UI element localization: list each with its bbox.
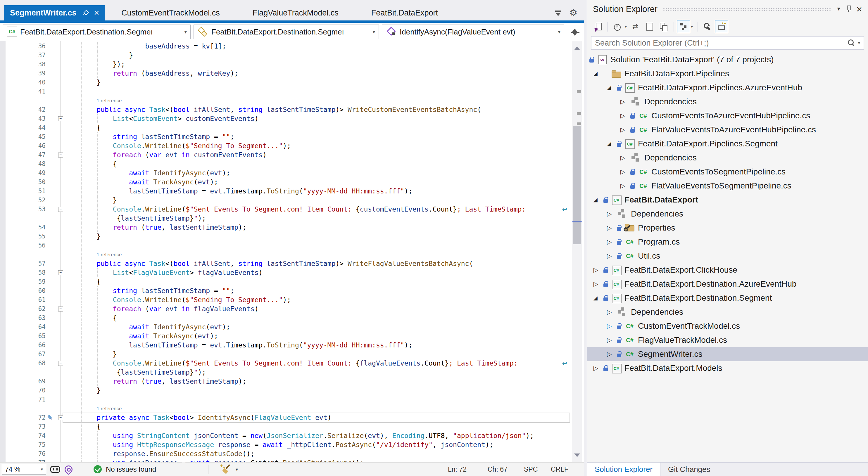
- pin-tab-icon[interactable]: [81, 9, 89, 17]
- code-line[interactable]: 75using HttpResponseMessage response = a…: [0, 440, 572, 449]
- panel-tab-git-changes[interactable]: Git Changes: [660, 463, 718, 476]
- expand-chevron-icon[interactable]: ▷: [606, 323, 617, 329]
- code-line[interactable]: 77var jsonResponse = await response.Cont…: [0, 458, 572, 462]
- chevron-down-icon[interactable]: ▾: [236, 467, 238, 472]
- code-line[interactable]: 67}: [0, 350, 572, 359]
- code-line[interactable]: 69return (true, lastSentTimeStamp);: [0, 377, 572, 386]
- expand-chevron-icon[interactable]: ▷: [620, 168, 630, 175]
- pending-changes-filter-button[interactable]: [611, 20, 624, 33]
- scrollbar-thumb[interactable]: [573, 126, 581, 244]
- sync-with-active-document-button[interactable]: [677, 20, 690, 33]
- codelens-references[interactable]: 1 reference: [96, 251, 122, 258]
- close-tab-icon[interactable]: ×: [94, 10, 99, 16]
- tree-item-solution-featbit-dataexport-7-of-7-projects[interactable]: ∞Solution 'FeatBit.DataExport' (7 of 7 p…: [587, 53, 868, 67]
- collapse-chevron-icon[interactable]: ◢: [593, 295, 603, 301]
- tree-item-featbit-dataexport-destination-azureeventhub[interactable]: ▷C#FeatBit.DataExport.Destination.AzureE…: [587, 277, 868, 291]
- code-line[interactable]: 37}: [0, 51, 572, 60]
- expand-chevron-icon[interactable]: ▷: [620, 154, 630, 161]
- code-line[interactable]: 52}: [0, 196, 572, 205]
- tree-item-dependencies[interactable]: ▷Dependencies: [587, 305, 868, 319]
- collapse-chevron-icon[interactable]: ◢: [606, 85, 617, 91]
- code-line[interactable]: 63{: [0, 314, 572, 323]
- code-line[interactable]: 68−Console.WriteLine($"Sent Events To Se…: [0, 359, 572, 368]
- code-line[interactable]: 36baseAddress = kv[1];: [0, 42, 572, 51]
- tree-item-featbit-dataexport[interactable]: ◢C#FeatBit.DataExport: [587, 193, 868, 207]
- code-line[interactable]: 58−List<FlagValueEvent> flagValueEvents): [0, 268, 572, 277]
- tree-item-featbit-dataexport-pipelines[interactable]: ◢FeatBit.DataExport.Pipelines: [587, 67, 868, 81]
- chevron-down-icon[interactable]: ▾: [691, 24, 693, 29]
- code-line[interactable]: {lastSentTimeStamp}");: [0, 214, 572, 223]
- code-line[interactable]: 50await TrackAsync(evt);: [0, 178, 572, 187]
- codelens-row[interactable]: 1 reference: [0, 404, 572, 413]
- code-line[interactable]: 62−foreach (var evt in flagValueEvents): [0, 305, 572, 314]
- code-line[interactable]: 60string lastSentTimeStamp = "";: [0, 286, 572, 295]
- tab-flagvaluetrackmodel[interactable]: FlagValueTrackModel.cs: [236, 5, 355, 21]
- expand-chevron-icon[interactable]: ▷: [620, 112, 630, 119]
- expand-chevron-icon[interactable]: ▷: [606, 224, 617, 231]
- project-scope-dropdown[interactable]: C# FeatBit.DataExport.Destination.Segmeı…: [3, 25, 191, 39]
- tree-item-program-cs[interactable]: ▷C#Program.cs: [587, 235, 868, 249]
- close-panel-icon[interactable]: ×: [856, 5, 862, 13]
- code-line[interactable]: 49await IdentifyAsync(evt);: [0, 168, 572, 178]
- code-line[interactable]: 51lastSentTimeStamp = evt.Timestamp.ToSt…: [0, 187, 572, 196]
- scroll-down-icon[interactable]: [574, 453, 580, 460]
- tree-item-dependencies[interactable]: ▷Dependencies: [587, 95, 868, 109]
- chevron-down-icon[interactable]: ▾: [858, 40, 860, 45]
- code-line[interactable]: 61Console.WriteLine($"Sending To Segment…: [0, 295, 572, 305]
- fold-toggle-icon[interactable]: −: [58, 153, 63, 158]
- expand-chevron-icon[interactable]: ▷: [606, 351, 617, 358]
- fold-toggle-icon[interactable]: −: [58, 361, 63, 366]
- expand-chevron-icon[interactable]: ▷: [593, 266, 603, 274]
- code-line[interactable]: 42public async Task<(bool ifAllSent, str…: [0, 105, 572, 114]
- codelens-references[interactable]: 1 reference: [96, 97, 122, 104]
- issues-status-text[interactable]: No issues found: [106, 465, 156, 473]
- zoom-level-dropdown[interactable]: 74 % ▾: [2, 464, 46, 475]
- member-scope-dropdown[interactable]: IdentifyAsync(FlagValueEvent evt) ▾: [382, 25, 564, 39]
- code-line[interactable]: 46Console.WriteLine($"Sending To Segment…: [0, 141, 572, 151]
- tab-segmentwriter[interactable]: SegmentWriter.cs ×: [4, 5, 105, 21]
- fold-toggle-icon[interactable]: −: [58, 207, 63, 212]
- preview-selected-items-button[interactable]: [715, 20, 728, 33]
- code-line[interactable]: 44{: [0, 123, 572, 132]
- tab-featbit-dataexport[interactable]: FeatBit.DataExport: [355, 5, 454, 21]
- code-line[interactable]: 39return (baseAddress, writeKey);: [0, 69, 572, 78]
- code-line[interactable]: 40}: [0, 78, 572, 87]
- tree-item-dependencies[interactable]: ▷Dependencies: [587, 207, 868, 221]
- search-input[interactable]: [595, 38, 847, 47]
- tree-item-featbit-dataexport-models[interactable]: ▷C#FeatBit.DataExport.Models: [587, 361, 868, 375]
- vertical-scrollbar[interactable]: [572, 41, 582, 462]
- intellicode-suggestions-icon[interactable]: [64, 465, 72, 473]
- code-line[interactable]: 38});: [0, 60, 572, 69]
- code-line[interactable]: 53−Console.WriteLine($"Sent Events To Se…: [0, 205, 572, 214]
- copilot-status-icon[interactable]: [50, 466, 60, 473]
- code-line[interactable]: 54return (true, lastSentTimeStamp);: [0, 223, 572, 232]
- search-icon[interactable]: [847, 39, 856, 47]
- code-line[interactable]: 41: [0, 87, 572, 96]
- code-line[interactable]: 74using StringContent jsonContent = new(…: [0, 431, 572, 440]
- code-line[interactable]: {lastSentTimeStamp}");: [0, 368, 572, 377]
- drag-grip[interactable]: [663, 8, 831, 12]
- sync-selection-button[interactable]: ⇄: [628, 20, 642, 33]
- code-line[interactable]: 57public async Task<(bool ifAllSent, str…: [0, 259, 572, 268]
- line-position[interactable]: Ln: 72: [448, 466, 467, 473]
- collapse-chevron-icon[interactable]: ◢: [593, 70, 603, 77]
- properties-button[interactable]: [701, 20, 714, 33]
- line-ending-mode[interactable]: CRLF: [551, 466, 568, 473]
- pin-panel-icon[interactable]: [846, 5, 851, 13]
- tree-item-customeventstoazureeventhubpipeline-cs[interactable]: ▷C#CustomEventsToAzureEventHubPipeline.c…: [587, 109, 868, 123]
- tree-item-featbit-dataexport-pipelines-azureeventhub[interactable]: ◢C#FeatBit.DataExport.Pipelines.AzureEve…: [587, 81, 868, 95]
- expand-chevron-icon[interactable]: ▷: [593, 365, 603, 372]
- chevron-down-icon[interactable]: ▾: [625, 24, 627, 29]
- tree-item-properties[interactable]: ▷Properties: [587, 221, 868, 235]
- tree-item-customeventtrackmodel-cs[interactable]: ▷C#CustomEventTrackModel.cs: [587, 319, 868, 333]
- codelens-references[interactable]: 1 reference: [96, 405, 122, 412]
- tab-customeventtrackmodel[interactable]: CustomEventTrackModel.cs: [105, 5, 236, 21]
- tree-item-dependencies[interactable]: ▷Dependencies: [587, 151, 868, 165]
- code-line[interactable]: 71: [0, 395, 572, 404]
- type-scope-dropdown[interactable]: FeatBit.DataExport.Destination.Segmeı ▾: [193, 25, 379, 39]
- code-line[interactable]: 66lastSentTimeStamp = evt.Timestamp.ToSt…: [0, 341, 572, 350]
- collapse-all-button[interactable]: −: [643, 20, 656, 33]
- expand-chevron-icon[interactable]: ▷: [620, 182, 630, 189]
- panel-title-bar[interactable]: Solution Explorer ▼ ×: [587, 0, 868, 18]
- window-position-menu-icon[interactable]: ▼: [836, 6, 841, 12]
